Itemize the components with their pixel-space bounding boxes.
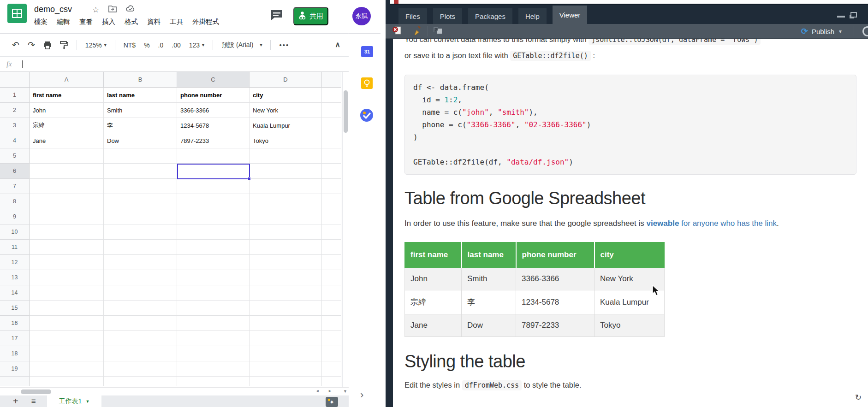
menu-item-7[interactable]: 外掛程式: [192, 18, 219, 26]
row-header-6[interactable]: 6: [0, 164, 30, 179]
document-title[interactable]: demo_csv: [34, 5, 72, 14]
cell-D7[interactable]: [250, 179, 322, 194]
fill-handle[interactable]: [248, 177, 251, 180]
cell-A2[interactable]: John: [30, 103, 104, 118]
tab-files[interactable]: Files: [398, 8, 427, 24]
comment-icon[interactable]: [270, 9, 283, 23]
cell-D20[interactable]: [250, 377, 322, 386]
cell-C3[interactable]: 1234-5678: [177, 118, 250, 133]
refresh-icon[interactable]: ↻: [855, 393, 862, 402]
select-all-corner[interactable]: [0, 72, 30, 88]
selected-cell-outline[interactable]: [177, 164, 250, 179]
row-header-2[interactable]: 2: [0, 103, 30, 118]
cell-D5[interactable]: [250, 148, 322, 164]
cell-A4[interactable]: Jane: [30, 133, 104, 148]
vertical-scroll-thumb[interactable]: [344, 90, 348, 133]
cell-B1[interactable]: last name: [104, 88, 177, 103]
cell-B6[interactable]: [104, 164, 177, 179]
formula-bar[interactable]: fx: [0, 56, 349, 72]
format-currency-button[interactable]: NT$: [124, 41, 136, 49]
redo-icon[interactable]: ↷: [28, 41, 35, 49]
menu-item-4[interactable]: 格式: [125, 18, 138, 26]
cell-C18[interactable]: [177, 346, 250, 361]
cell-B11[interactable]: [104, 240, 177, 255]
menu-item-6[interactable]: 工具: [170, 18, 183, 26]
row-header-4[interactable]: 4: [0, 133, 30, 148]
keep-icon[interactable]: [361, 77, 373, 89]
cell-A1[interactable]: first name: [30, 88, 104, 103]
cell-partial-13[interactable]: [322, 270, 341, 285]
cell-B9[interactable]: [104, 209, 177, 224]
cell-partial-19[interactable]: [322, 361, 341, 377]
cell-A6[interactable]: [30, 164, 104, 179]
row-header-8[interactable]: 8: [0, 194, 30, 209]
vertical-scrollbar[interactable]: [342, 72, 349, 387]
menu-item-2[interactable]: 查看: [79, 18, 93, 26]
cell-D3[interactable]: Kuala Lumpur: [250, 118, 322, 133]
cell-D12[interactable]: [250, 255, 322, 270]
column-header-A[interactable]: A: [30, 72, 104, 88]
cell-partial-14[interactable]: [322, 285, 341, 301]
cell-partial-6[interactable]: [322, 164, 341, 179]
column-header-B[interactable]: B: [104, 72, 177, 88]
row-header-11[interactable]: 11: [0, 240, 30, 255]
cell-B14[interactable]: [104, 285, 177, 301]
cell-A14[interactable]: [30, 285, 104, 301]
row-header-1[interactable]: 1: [0, 88, 30, 103]
cell-partial-15[interactable]: [322, 301, 341, 316]
clear-viewer-icon[interactable]: [392, 25, 402, 37]
cell-A3[interactable]: 宗緯: [30, 118, 104, 133]
cell-C14[interactable]: [177, 285, 250, 301]
avatar[interactable]: 永賦: [352, 7, 371, 25]
cell-A10[interactable]: [30, 224, 104, 240]
row-header-16[interactable]: 16: [0, 316, 30, 331]
zoom-select[interactable]: 125%▾: [85, 41, 107, 49]
undo-icon[interactable]: ↶: [12, 41, 19, 49]
cell-partial-10[interactable]: [322, 224, 341, 240]
cell-D18[interactable]: [250, 346, 322, 361]
cell-C9[interactable]: [177, 209, 250, 224]
cell-partial-12[interactable]: [322, 255, 341, 270]
minimize-pane-icon[interactable]: [837, 13, 845, 18]
cell-D9[interactable]: [250, 209, 322, 224]
row-header-20[interactable]: [0, 377, 30, 386]
cell-partial-20[interactable]: [322, 377, 341, 386]
increase-decimal-button[interactable]: .00: [172, 41, 180, 49]
column-header-C[interactable]: C: [177, 72, 250, 88]
cell-D17[interactable]: [250, 331, 322, 346]
cell-A16[interactable]: [30, 316, 104, 331]
cell-B16[interactable]: [104, 316, 177, 331]
cell-A15[interactable]: [30, 301, 104, 316]
row-header-14[interactable]: 14: [0, 285, 30, 301]
cell-C10[interactable]: [177, 224, 250, 240]
row-header-3[interactable]: 3: [0, 118, 30, 133]
share-button[interactable]: 共用: [293, 7, 328, 25]
cell-B20[interactable]: [104, 377, 177, 386]
cell-partial-2[interactable]: [322, 103, 341, 118]
sync-icon[interactable]: [862, 26, 868, 36]
cell-C4[interactable]: 7897-2233: [177, 133, 250, 148]
collapse-rail-chevron-icon[interactable]: ›: [360, 389, 363, 401]
paint-format-icon[interactable]: [60, 41, 68, 49]
cell-C1[interactable]: phone number: [177, 88, 250, 103]
row-header-17[interactable]: 17: [0, 331, 30, 346]
move-folder-icon[interactable]: [108, 5, 117, 15]
cell-B10[interactable]: [104, 224, 177, 240]
row-header-12[interactable]: 12: [0, 255, 30, 270]
row-header-19[interactable]: 19: [0, 361, 30, 377]
cell-partial-17[interactable]: [322, 331, 341, 346]
cell-B2[interactable]: Smith: [104, 103, 177, 118]
cell-D11[interactable]: [250, 240, 322, 255]
cell-A8[interactable]: [30, 194, 104, 209]
cell-A9[interactable]: [30, 209, 104, 224]
tab-help[interactable]: Help: [518, 8, 547, 24]
cell-partial-7[interactable]: [322, 179, 341, 194]
cell-B5[interactable]: [104, 148, 177, 164]
cell-C16[interactable]: [177, 316, 250, 331]
cell-A12[interactable]: [30, 255, 104, 270]
cell-D19[interactable]: [250, 361, 322, 377]
viewable-link[interactable]: viewable: [646, 219, 679, 228]
horizontal-scroll-thumb[interactable]: [21, 389, 51, 394]
cell-D14[interactable]: [250, 285, 322, 301]
cell-B19[interactable]: [104, 361, 177, 377]
